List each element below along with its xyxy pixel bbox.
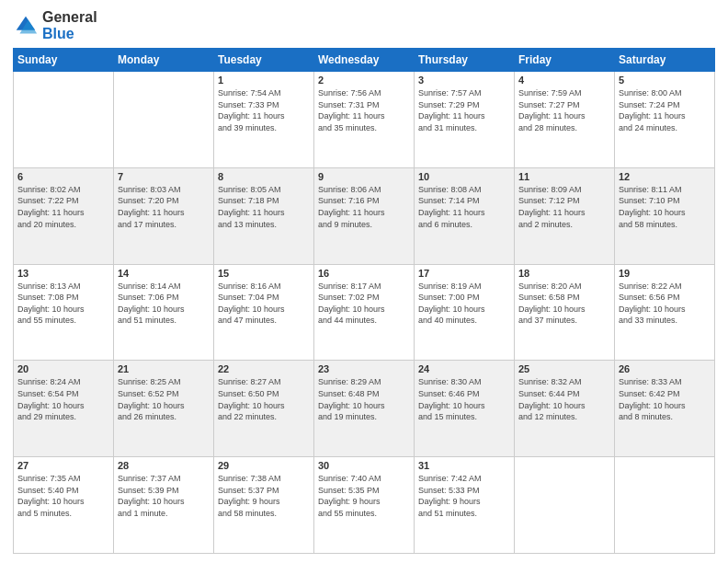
day-detail: Sunrise: 8:06 AM Sunset: 7:16 PM Dayligh… [318,184,410,230]
day-detail: Sunrise: 7:37 AM Sunset: 5:39 PM Dayligh… [118,473,210,519]
day-detail: Sunrise: 8:08 AM Sunset: 7:14 PM Dayligh… [418,184,510,230]
calendar-cell: 19Sunrise: 8:22 AM Sunset: 6:56 PM Dayli… [615,264,715,361]
day-detail: Sunrise: 7:42 AM Sunset: 5:33 PM Dayligh… [418,473,510,519]
day-detail: Sunrise: 8:14 AM Sunset: 7:06 PM Dayligh… [118,281,210,327]
day-detail: Sunrise: 7:35 AM Sunset: 5:40 PM Dayligh… [17,473,109,519]
calendar-cell: 6Sunrise: 8:02 AM Sunset: 7:22 PM Daylig… [14,167,114,264]
day-number: 25 [518,363,610,374]
logo-text: General Blue [42,9,97,42]
day-detail: Sunrise: 8:19 AM Sunset: 7:00 PM Dayligh… [418,281,510,327]
calendar-cell: 2Sunrise: 7:56 AM Sunset: 7:31 PM Daylig… [314,72,415,168]
day-number: 20 [17,363,109,374]
calendar-week-row: 6Sunrise: 8:02 AM Sunset: 7:22 PM Daylig… [14,167,715,264]
day-detail: Sunrise: 8:09 AM Sunset: 7:12 PM Dayligh… [518,184,610,230]
calendar-cell: 8Sunrise: 8:05 AM Sunset: 7:18 PM Daylig… [214,167,314,264]
day-number: 6 [17,171,109,182]
page: General Blue SundayMondayTuesdayWednesda… [0,0,728,563]
calendar-header-friday: Friday [515,49,615,72]
day-number: 29 [218,460,310,471]
calendar-cell: 17Sunrise: 8:19 AM Sunset: 7:00 PM Dayli… [415,264,515,361]
calendar-cell: 14Sunrise: 8:14 AM Sunset: 7:06 PM Dayli… [114,264,214,361]
day-detail: Sunrise: 8:29 AM Sunset: 6:48 PM Dayligh… [318,376,410,422]
day-detail: Sunrise: 8:20 AM Sunset: 6:58 PM Dayligh… [518,281,610,327]
day-number: 10 [418,171,510,182]
calendar-cell [515,457,615,554]
day-detail: Sunrise: 8:05 AM Sunset: 7:18 PM Dayligh… [218,184,310,230]
calendar-cell [14,72,114,168]
day-detail: Sunrise: 8:02 AM Sunset: 7:22 PM Dayligh… [17,184,109,230]
day-detail: Sunrise: 8:30 AM Sunset: 6:46 PM Dayligh… [418,376,510,422]
day-detail: Sunrise: 8:11 AM Sunset: 7:10 PM Dayligh… [619,184,711,230]
day-detail: Sunrise: 8:33 AM Sunset: 6:42 PM Dayligh… [619,376,711,422]
calendar-cell: 18Sunrise: 8:20 AM Sunset: 6:58 PM Dayli… [515,264,615,361]
day-number: 28 [118,460,210,471]
calendar-cell: 25Sunrise: 8:32 AM Sunset: 6:44 PM Dayli… [515,361,615,457]
calendar-cell: 29Sunrise: 7:38 AM Sunset: 5:37 PM Dayli… [214,457,314,554]
day-number: 7 [118,171,210,182]
day-detail: Sunrise: 7:38 AM Sunset: 5:37 PM Dayligh… [218,473,310,519]
day-number: 9 [318,171,410,182]
calendar-cell: 24Sunrise: 8:30 AM Sunset: 6:46 PM Dayli… [415,361,515,457]
calendar-week-row: 20Sunrise: 8:24 AM Sunset: 6:54 PM Dayli… [14,361,715,457]
calendar-cell: 20Sunrise: 8:24 AM Sunset: 6:54 PM Dayli… [14,361,114,457]
day-number: 5 [619,75,711,86]
day-number: 15 [218,268,310,279]
calendar-header-row: SundayMondayTuesdayWednesdayThursdayFrid… [14,49,715,72]
calendar-cell: 13Sunrise: 8:13 AM Sunset: 7:08 PM Dayli… [14,264,114,361]
calendar-cell: 4Sunrise: 7:59 AM Sunset: 7:27 PM Daylig… [515,72,615,168]
calendar-header-wednesday: Wednesday [314,49,415,72]
day-detail: Sunrise: 8:32 AM Sunset: 6:44 PM Dayligh… [518,376,610,422]
day-detail: Sunrise: 8:00 AM Sunset: 7:24 PM Dayligh… [619,87,711,133]
day-number: 27 [17,460,109,471]
day-number: 8 [218,171,310,182]
calendar-cell: 16Sunrise: 8:17 AM Sunset: 7:02 PM Dayli… [314,264,415,361]
day-number: 23 [318,363,410,374]
day-number: 22 [218,363,310,374]
day-number: 24 [418,363,510,374]
calendar-cell [114,72,214,168]
day-number: 14 [118,268,210,279]
day-number: 26 [619,363,711,374]
day-detail: Sunrise: 8:13 AM Sunset: 7:08 PM Dayligh… [17,281,109,327]
day-number: 17 [418,268,510,279]
day-detail: Sunrise: 8:24 AM Sunset: 6:54 PM Dayligh… [17,376,109,422]
day-detail: Sunrise: 8:25 AM Sunset: 6:52 PM Dayligh… [118,376,210,422]
day-detail: Sunrise: 7:54 AM Sunset: 7:33 PM Dayligh… [218,87,310,133]
calendar-cell: 22Sunrise: 8:27 AM Sunset: 6:50 PM Dayli… [214,361,314,457]
day-detail: Sunrise: 7:59 AM Sunset: 7:27 PM Dayligh… [518,87,610,133]
day-number: 1 [218,75,310,86]
day-number: 4 [518,75,610,86]
calendar-header-saturday: Saturday [615,49,715,72]
day-number: 19 [619,268,711,279]
calendar-header-monday: Monday [114,49,214,72]
calendar-cell: 3Sunrise: 7:57 AM Sunset: 7:29 PM Daylig… [415,72,515,168]
calendar-cell: 11Sunrise: 8:09 AM Sunset: 7:12 PM Dayli… [515,167,615,264]
calendar-cell: 9Sunrise: 8:06 AM Sunset: 7:16 PM Daylig… [314,167,415,264]
day-detail: Sunrise: 8:16 AM Sunset: 7:04 PM Dayligh… [218,281,310,327]
calendar-week-row: 27Sunrise: 7:35 AM Sunset: 5:40 PM Dayli… [14,457,715,554]
calendar-cell: 30Sunrise: 7:40 AM Sunset: 5:35 PM Dayli… [314,457,415,554]
logo: General Blue [13,9,97,42]
logo-icon [13,13,39,39]
calendar-cell: 10Sunrise: 8:08 AM Sunset: 7:14 PM Dayli… [415,167,515,264]
calendar-cell: 23Sunrise: 8:29 AM Sunset: 6:48 PM Dayli… [314,361,415,457]
calendar-cell: 1Sunrise: 7:54 AM Sunset: 7:33 PM Daylig… [214,72,314,168]
calendar-cell: 12Sunrise: 8:11 AM Sunset: 7:10 PM Dayli… [615,167,715,264]
calendar-cell: 27Sunrise: 7:35 AM Sunset: 5:40 PM Dayli… [14,457,114,554]
calendar-cell: 31Sunrise: 7:42 AM Sunset: 5:33 PM Dayli… [415,457,515,554]
calendar-cell: 28Sunrise: 7:37 AM Sunset: 5:39 PM Dayli… [114,457,214,554]
day-number: 3 [418,75,510,86]
day-detail: Sunrise: 8:17 AM Sunset: 7:02 PM Dayligh… [318,281,410,327]
day-number: 18 [518,268,610,279]
day-detail: Sunrise: 7:57 AM Sunset: 7:29 PM Dayligh… [418,87,510,133]
day-detail: Sunrise: 7:56 AM Sunset: 7:31 PM Dayligh… [318,87,410,133]
day-detail: Sunrise: 8:03 AM Sunset: 7:20 PM Dayligh… [118,184,210,230]
calendar-table: SundayMondayTuesdayWednesdayThursdayFrid… [13,48,715,554]
calendar-week-row: 13Sunrise: 8:13 AM Sunset: 7:08 PM Dayli… [14,264,715,361]
day-detail: Sunrise: 7:40 AM Sunset: 5:35 PM Dayligh… [318,473,410,519]
day-number: 12 [619,171,711,182]
day-detail: Sunrise: 8:22 AM Sunset: 6:56 PM Dayligh… [619,281,711,327]
day-number: 2 [318,75,410,86]
day-number: 30 [318,460,410,471]
day-detail: Sunrise: 8:27 AM Sunset: 6:50 PM Dayligh… [218,376,310,422]
